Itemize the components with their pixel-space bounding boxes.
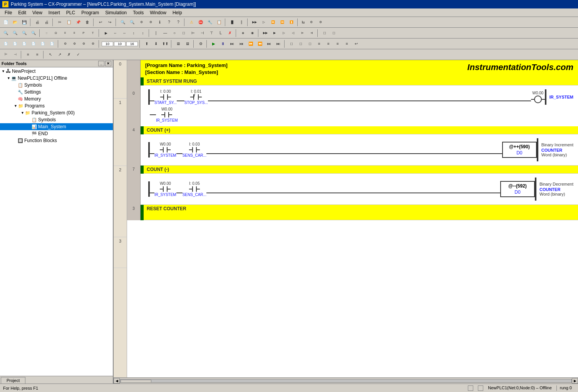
t4[interactable]: ?: [165, 18, 173, 27]
t15[interactable]: ⚙: [307, 18, 315, 27]
t48[interactable]: ⚙: [70, 40, 79, 48]
warn-btn[interactable]: ⚠: [187, 18, 196, 27]
new-btn[interactable]: 📄: [2, 18, 10, 27]
funcblock-2[interactable]: @--(592) D0: [500, 181, 535, 197]
t1[interactable]: ⚙: [137, 18, 146, 27]
t24[interactable]: |: [152, 29, 160, 37]
t44[interactable]: 📄: [29, 40, 38, 48]
contact-0-1[interactable]: I: 0.00 START_SY...: [154, 89, 177, 105]
t20[interactable]: ↔: [111, 29, 119, 37]
contact-0-par[interactable]: W0.00 IR_SYSTEM: [156, 107, 178, 122]
t25[interactable]: —: [161, 29, 169, 37]
t3[interactable]: ℹ: [156, 18, 164, 27]
t61[interactable]: ≡: [324, 40, 333, 48]
t9[interactable]: ║: [237, 18, 246, 27]
menu-window[interactable]: Window: [147, 9, 169, 16]
t54[interactable]: 🖥: [174, 40, 183, 48]
t39[interactable]: □: [320, 29, 329, 37]
t11[interactable]: ▷: [260, 18, 268, 27]
undo-btn[interactable]: ↩: [96, 18, 105, 27]
t2[interactable]: ⚙: [146, 18, 155, 27]
t26[interactable]: ○: [170, 29, 179, 37]
contact-2-2[interactable]: I: 0.05 SENS_CAR...: [183, 181, 206, 197]
t40[interactable]: □: [330, 29, 338, 37]
paste-btn[interactable]: 📌: [74, 18, 82, 27]
sym-btn[interactable]: Ω: [52, 29, 60, 37]
contact-1-1[interactable]: W0.00 IR_SYSTEM: [154, 142, 176, 157]
tree-programs[interactable]: ▼ 📁 Programs: [0, 102, 113, 109]
tree-end[interactable]: 🏁 END: [0, 130, 113, 137]
t46[interactable]: 📄: [48, 40, 56, 48]
t50[interactable]: ⚙: [89, 40, 97, 48]
t63[interactable]: ≡: [343, 40, 351, 48]
scroll-left-btn[interactable]: ◀: [114, 378, 120, 384]
bwd-btn[interactable]: ⏪: [256, 40, 264, 48]
end-btn[interactable]: ⏭: [274, 40, 283, 48]
t36[interactable]: ◁: [289, 29, 297, 37]
run-btn[interactable]: ▶: [209, 40, 218, 48]
tree-settings[interactable]: 🔧 Settings: [0, 89, 113, 95]
t23[interactable]: ↕: [139, 29, 147, 37]
menu-plc[interactable]: PLC: [63, 9, 78, 16]
menu-program[interactable]: Program: [78, 9, 102, 16]
t52[interactable]: ⬇: [152, 40, 160, 48]
t53[interactable]: ⬆⬆: [161, 40, 169, 48]
t69[interactable]: ↖: [46, 50, 55, 59]
t49[interactable]: ⚙: [79, 40, 88, 48]
menu-simulation[interactable]: Simulation: [102, 9, 130, 16]
find-btn[interactable]: 🔍: [119, 18, 127, 27]
cut-btn[interactable]: ✂: [55, 18, 64, 27]
t51[interactable]: ⬆: [142, 40, 151, 48]
t27[interactable]: □: [179, 29, 188, 37]
listf-btn[interactable]: ≡: [70, 29, 79, 37]
t30[interactable]: ⊤: [207, 29, 216, 37]
t31[interactable]: L: [216, 29, 225, 37]
t16[interactable]: ⚙: [316, 18, 325, 27]
t70[interactable]: ↗: [55, 50, 64, 59]
list-btn[interactable]: ≡: [61, 29, 69, 37]
t18[interactable]: T: [89, 29, 97, 37]
t67[interactable]: ≡: [24, 50, 32, 59]
zoom-in2-btn[interactable]: 🔍: [11, 29, 19, 37]
open-btn[interactable]: 📂: [11, 18, 19, 27]
menu-view[interactable]: View: [29, 9, 45, 16]
t28[interactable]: ⊢: [189, 29, 197, 37]
menu-file[interactable]: File: [2, 9, 15, 16]
t41[interactable]: 📄: [2, 40, 10, 48]
scroll-track[interactable]: [120, 379, 572, 383]
t22[interactable]: ↕: [129, 29, 138, 37]
project-tab[interactable]: Project: [1, 377, 25, 384]
t55[interactable]: 🖥: [183, 40, 192, 48]
scroll-right-btn[interactable]: ▶: [572, 378, 578, 384]
t66[interactable]: ⊣: [11, 50, 19, 59]
t38[interactable]: ⊲: [307, 29, 316, 37]
menu-edit[interactable]: Edit: [15, 9, 29, 16]
contact-2-1[interactable]: W0.00 IR_SYSTEM: [154, 181, 176, 197]
grid-btn[interactable]: ::: [42, 29, 51, 37]
t47[interactable]: ⚙: [61, 40, 69, 48]
t64[interactable]: ↩: [352, 40, 360, 48]
t58[interactable]: □: [297, 40, 305, 48]
menu-help[interactable]: Help: [169, 9, 185, 16]
tree-main-system[interactable]: 📊 Main_System: [0, 123, 113, 130]
tree-newproject[interactable]: ▼ 🖧 NewProject: [0, 67, 113, 75]
t21[interactable]: ↔: [120, 29, 129, 37]
t7[interactable]: 📋: [215, 18, 223, 27]
print-btn[interactable]: 🖨: [33, 18, 42, 27]
t60[interactable]: ≡: [315, 40, 323, 48]
menu-tools[interactable]: Tools: [130, 9, 147, 16]
fwd-btn[interactable]: ⏩: [246, 40, 255, 48]
step-btn[interactable]: ⏭: [228, 40, 236, 48]
online-btn[interactable]: ◈: [239, 29, 247, 37]
funcblock-1[interactable]: @++(590) D0: [502, 142, 537, 158]
t71[interactable]: ✗: [65, 50, 73, 59]
t57[interactable]: □: [287, 40, 296, 48]
t34[interactable]: ▶: [270, 29, 279, 37]
tree-parking-system[interactable]: ▼ 📁 Parking_System (00): [0, 109, 113, 116]
t8[interactable]: ▐▌: [228, 18, 236, 27]
t32[interactable]: ✗: [226, 29, 234, 37]
t17[interactable]: P: [79, 29, 88, 37]
contact-1-2[interactable]: I: 0.03 SENS_CAR...: [183, 142, 206, 157]
ffwd-btn[interactable]: ⏭: [265, 40, 273, 48]
redo-btn[interactable]: ↪: [106, 18, 114, 27]
